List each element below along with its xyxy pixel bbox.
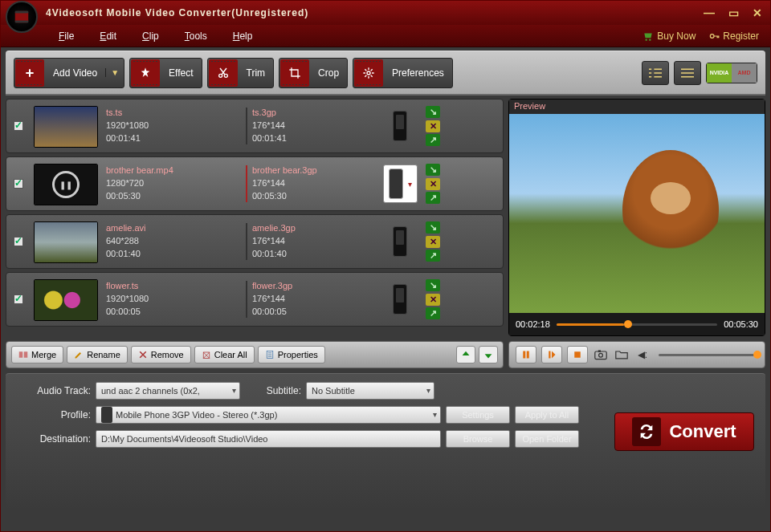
svg-point-4 (649, 39, 651, 40)
row-expand-button[interactable]: ↘ (426, 106, 440, 118)
menu-edit[interactable]: Edit (87, 30, 129, 42)
video-thumbnail[interactable] (34, 106, 98, 148)
source-info: flower.ts1920*108000:00:05 (101, 273, 246, 326)
svg-point-18 (599, 353, 603, 357)
snapshot-button[interactable] (593, 347, 609, 363)
snapshot-folder-button[interactable] (614, 347, 630, 363)
add-video-button[interactable]: Add Video ▼ (14, 58, 124, 88)
list-view-button[interactable] (642, 61, 669, 85)
register-link[interactable]: Register (708, 30, 759, 42)
clear-all-button[interactable]: Clear All (194, 346, 255, 363)
audio-track-select[interactable]: und aac 2 channels (0x2,▾ (96, 382, 240, 400)
row-expand-button[interactable]: ↘ (426, 221, 440, 234)
source-info: ts.ts1920*108000:01:41 (101, 99, 246, 152)
minimize-button[interactable]: — (701, 7, 717, 18)
app-window: 4Videosoft Mobile Video Converter(Unregi… (0, 0, 771, 532)
apply-to-all-button[interactable]: Apply to All (515, 406, 579, 424)
effect-button[interactable]: Effect (129, 58, 202, 88)
menu-file[interactable]: File (46, 30, 87, 42)
preview-total-time: 00:05:30 (724, 319, 758, 329)
file-row[interactable]: brother bear.mp41280*72000:05:30brother … (6, 156, 504, 211)
maximize-button[interactable]: ▭ (725, 7, 741, 18)
stop-button[interactable] (567, 346, 588, 363)
open-folder-button[interactable]: Open Folder (515, 430, 579, 448)
pause-button[interactable] (516, 346, 536, 363)
row-collapse-button[interactable]: ↗ (426, 307, 440, 319)
output-device[interactable] (376, 99, 424, 152)
trim-button[interactable]: Trim (207, 58, 275, 88)
row-remove-button[interactable]: ✕ (426, 120, 440, 132)
step-button[interactable] (541, 346, 562, 363)
list-action-bar: Merge Rename Remove Clear All Properties (6, 341, 504, 368)
row-checkbox-cell (6, 157, 31, 210)
row-collapse-button[interactable]: ↗ (426, 250, 440, 262)
volume-icon[interactable]: ◀: (634, 347, 651, 363)
close-button[interactable]: ✕ (749, 7, 765, 18)
output-device[interactable] (376, 273, 424, 326)
menu-tools[interactable]: Tools (172, 30, 220, 42)
row-expand-button[interactable]: ↘ (426, 279, 440, 291)
file-list: ts.ts1920*108000:01:41ts.3gp176*14400:01… (6, 95, 504, 336)
svg-rect-17 (595, 351, 606, 359)
gear-icon (354, 59, 383, 87)
volume-slider[interactable] (659, 354, 758, 356)
source-info: amelie.avi640*28800:01:40 (101, 215, 246, 268)
title-bar: 4Videosoft Mobile Video Converter(Unregi… (1, 1, 770, 25)
svg-rect-10 (24, 351, 28, 358)
file-row[interactable]: amelie.avi640*28800:01:40amelie.3gp176*1… (6, 214, 504, 269)
seek-thumb[interactable] (624, 320, 632, 328)
file-row[interactable]: flower.ts1920*108000:00:05flower.3gp176*… (6, 272, 504, 327)
svg-rect-16 (574, 351, 581, 358)
source-info: brother bear.mp41280*72000:05:30 (101, 157, 246, 210)
merge-button[interactable]: Merge (11, 346, 63, 363)
row-collapse-button[interactable]: ↗ (426, 192, 440, 204)
subtitle-label: Subtitle: (245, 385, 301, 396)
add-video-dropdown[interactable]: ▼ (105, 68, 124, 77)
destination-label: Destination: (14, 433, 91, 445)
crop-button[interactable]: Crop (279, 58, 348, 88)
preferences-button[interactable]: Preferences (353, 58, 453, 88)
row-checkbox[interactable] (14, 121, 23, 131)
svg-rect-13 (523, 351, 525, 359)
video-thumbnail[interactable] (34, 164, 98, 205)
settings-button[interactable]: Settings (446, 406, 510, 424)
file-row[interactable]: ts.ts1920*108000:01:41ts.3gp176*14400:01… (6, 99, 504, 153)
profile-select[interactable]: Mobile Phone 3GP Video - Stereo (*.3gp)▾ (96, 406, 441, 424)
remove-button[interactable]: Remove (131, 346, 191, 363)
output-device[interactable] (376, 215, 424, 268)
row-remove-button[interactable]: ✕ (426, 178, 440, 190)
video-thumbnail[interactable] (34, 221, 98, 263)
video-thumbnail[interactable] (34, 279, 98, 321)
properties-button[interactable]: Properties (258, 346, 325, 363)
subtitle-select[interactable]: No Subtitle▾ (306, 382, 434, 400)
menu-clip[interactable]: Clip (129, 30, 172, 42)
browse-button[interactable]: Browse (446, 430, 510, 448)
preview-video[interactable] (509, 114, 765, 313)
preview-timeline: 00:02:18 00:05:30 (509, 313, 765, 335)
buy-now-link[interactable]: Buy Now (642, 30, 696, 42)
detail-view-button[interactable] (674, 61, 701, 85)
convert-icon (632, 417, 661, 446)
row-collapse-button[interactable]: ↗ (426, 134, 440, 146)
destination-input[interactable]: D:\My Documents\4Videosoft Studio\Video (96, 430, 441, 448)
output-info: brother bear.3gp176*14400:05:30 (247, 157, 376, 210)
row-remove-button[interactable]: ✕ (426, 236, 440, 248)
rename-button[interactable]: Rename (67, 346, 128, 363)
row-checkbox[interactable] (14, 237, 23, 246)
menu-help[interactable]: Help (220, 30, 266, 42)
output-info: amelie.3gp176*14400:01:40 (247, 215, 376, 268)
move-up-button[interactable] (456, 346, 475, 363)
move-down-button[interactable] (479, 346, 498, 363)
seek-track[interactable] (557, 323, 717, 326)
convert-button[interactable]: Convert (614, 412, 754, 451)
output-device[interactable]: ▾ (376, 157, 424, 210)
preview-current-time: 00:02:18 (516, 319, 550, 329)
row-checkbox[interactable] (14, 179, 23, 189)
row-expand-button[interactable]: ↘ (426, 164, 440, 176)
effect-icon (131, 59, 160, 87)
row-checkbox-cell (6, 273, 31, 326)
audio-track-label: Audio Track: (14, 385, 91, 396)
svg-rect-19 (598, 350, 601, 351)
row-checkbox[interactable] (14, 294, 23, 304)
row-remove-button[interactable]: ✕ (426, 294, 440, 306)
